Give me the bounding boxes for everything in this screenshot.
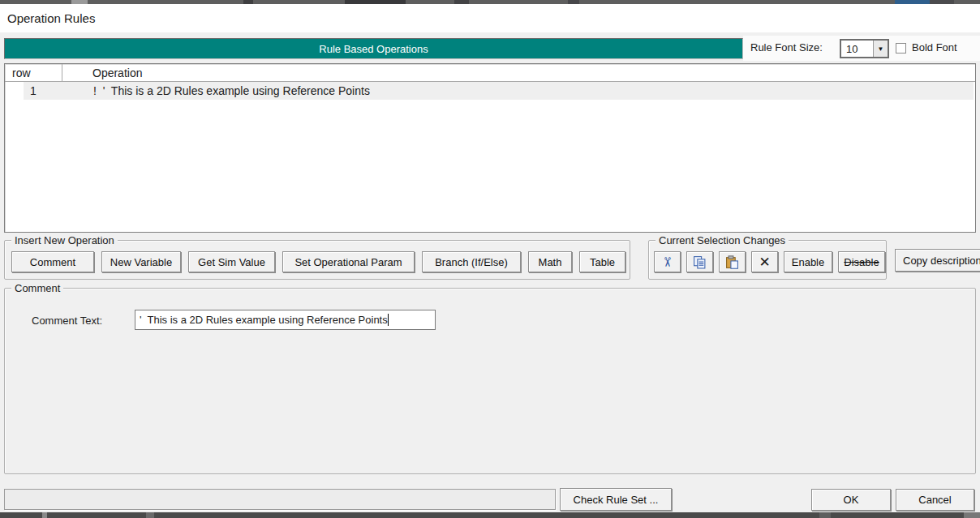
check-rule-set-button[interactable]: Check Rule Set ...: [560, 488, 672, 511]
desktop-edge-segment: [42, 512, 47, 518]
operation-rules-dialog: Operation Rules Rule Based Operations Ru…: [0, 0, 980, 518]
bold-font-checkbox[interactable]: [896, 43, 906, 54]
comment-text-value: ' This is a 2D Rules example using Refer…: [140, 314, 388, 326]
math-button[interactable]: Math: [528, 251, 572, 272]
bold-font-label: Bold Font: [912, 41, 957, 54]
copy-description-button[interactable]: Copy description: [895, 249, 980, 272]
scissors-icon: ✂: [660, 256, 675, 267]
comment-group: Comment Comment Text: ' This is a 2D Rul…: [4, 288, 976, 474]
text-caret: [388, 314, 389, 326]
new-variable-button[interactable]: New Variable: [101, 251, 181, 272]
delete-x-icon: ✕: [759, 254, 770, 271]
selection-group-title: Current Selection Changes: [655, 234, 789, 246]
operation-cell: ! ' This is a 2D Rules example using Ref…: [77, 84, 370, 97]
desktop-edge-bottom: [0, 512, 980, 518]
row-number-cell: 1: [24, 84, 77, 97]
status-bar: [4, 489, 556, 510]
disable-button[interactable]: Disable: [838, 251, 885, 272]
banner-title: Rule Based Operations: [319, 43, 428, 55]
cut-button[interactable]: ✂: [654, 251, 681, 272]
enable-button[interactable]: Enable: [784, 251, 832, 272]
desktop-edge-segment: [146, 512, 154, 518]
set-operational-param-button[interactable]: Set Operational Param: [282, 251, 415, 272]
current-selection-changes-group: Current Selection Changes ✂: [648, 240, 887, 280]
desktop-edge-segment: [819, 512, 831, 518]
insert-group-title: Insert New Operation: [11, 234, 118, 246]
delete-button[interactable]: ✕: [751, 251, 778, 272]
comment-button[interactable]: Comment: [11, 251, 94, 272]
desktop-edge-segment: [964, 512, 980, 518]
get-sim-value-button[interactable]: Get Sim Value: [188, 251, 275, 272]
rule-font-size-value: 10: [841, 41, 873, 57]
table-row[interactable]: 1 ! ' This is a 2D Rules example using R…: [24, 82, 974, 100]
paste-button[interactable]: [719, 251, 746, 272]
insert-new-operation-group: Insert New Operation Comment New Variabl…: [4, 240, 630, 280]
comment-text-input[interactable]: ' This is a 2D Rules example using Refer…: [135, 310, 436, 330]
copy-button[interactable]: [686, 251, 713, 272]
chevron-down-icon[interactable]: ▼: [873, 41, 888, 57]
rule-font-size-select[interactable]: 10 ▼: [840, 39, 889, 58]
column-header-operation: Operation: [62, 64, 975, 81]
operations-table: row Operation 1 ! ' This is a 2D Rules e…: [4, 63, 976, 233]
table-button[interactable]: Table: [579, 251, 625, 272]
paste-icon: [725, 255, 739, 269]
window-title: Operation Rules: [7, 11, 95, 25]
column-header-row: row: [5, 64, 62, 81]
comment-text-label: Comment Text:: [32, 315, 102, 327]
copy-icon: [693, 255, 707, 269]
branch-if-else-button[interactable]: Branch (If/Else): [422, 251, 521, 272]
title-bar: Operation Rules: [0, 4, 980, 32]
cancel-button[interactable]: Cancel: [896, 489, 974, 511]
rule-font-size-label: Rule Font Size:: [750, 41, 823, 54]
ok-button[interactable]: OK: [811, 489, 891, 511]
rule-based-operations-banner: Rule Based Operations: [4, 38, 743, 59]
comment-group-title: Comment: [11, 282, 63, 294]
table-header: row Operation: [5, 64, 975, 82]
